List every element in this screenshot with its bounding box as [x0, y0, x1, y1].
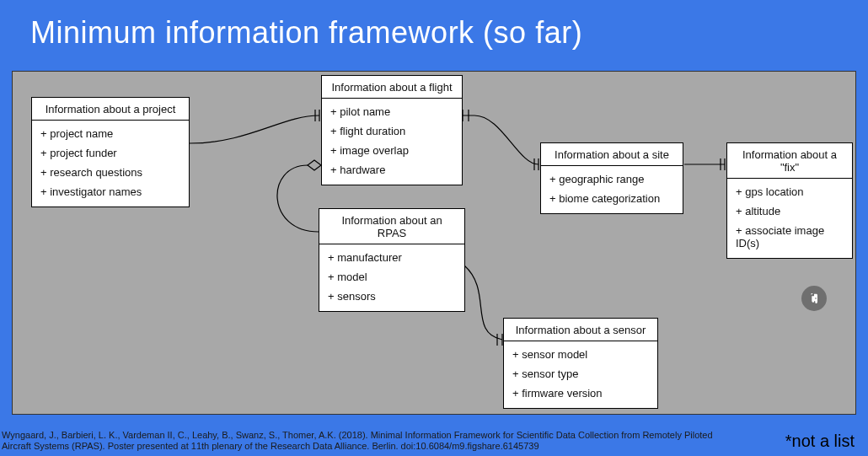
entity-attr: + sensor type: [512, 364, 649, 384]
entity-attr: + research questions: [40, 163, 180, 182]
entity-attr: + model: [328, 267, 456, 287]
evernote-icon[interactable]: [801, 286, 827, 311]
entity-attr: + flight duration: [330, 121, 453, 141]
entity-site: Information about a site + geographic ra…: [540, 142, 683, 214]
entity-attr: + gps location: [736, 182, 844, 201]
diagram-canvas: Information about a project + project na…: [12, 71, 856, 415]
entity-attr: + image overlap: [330, 141, 453, 160]
entity-attr: + pilot name: [330, 102, 453, 121]
entity-project: Information about a project + project na…: [31, 97, 190, 207]
entity-attr: + sensor model: [512, 345, 649, 364]
entity-attr: + biome categorization: [549, 189, 674, 208]
entity-fix: Information about a "fix" + gps location…: [726, 142, 853, 259]
entity-title: Information about an RPAS: [319, 209, 464, 244]
entity-rpas: Information about an RPAS + manufacturer…: [319, 208, 465, 312]
entity-title: Information about a project: [32, 98, 189, 121]
entity-title: Information about a flight: [322, 76, 462, 99]
entity-title: Information about a "fix": [727, 143, 852, 179]
entity-attr: + investigator names: [40, 182, 180, 201]
citation-text: Wyngaard, J., Barbieri, L. K., Vardeman …: [2, 430, 735, 453]
page-title: Minimum information framework (so far): [0, 0, 868, 51]
entity-attr: + associate image ID(s): [736, 221, 844, 253]
entity-attr: + altitude: [736, 201, 844, 221]
entity-title: Information about a site: [541, 143, 683, 166]
entity-flight: Information about a flight + pilot name …: [321, 75, 463, 185]
entity-attr: + manufacturer: [328, 248, 456, 267]
entity-title: Information about a sensor: [504, 319, 657, 341]
entity-attr: + sensors: [328, 287, 456, 306]
entity-attr: + hardware: [330, 160, 453, 180]
entity-attr: + firmware version: [512, 384, 649, 403]
entity-sensor: Information about a sensor + sensor mode…: [503, 318, 658, 409]
entity-attr: + project funder: [40, 143, 180, 163]
entity-attr: + project name: [40, 124, 180, 143]
entity-attr: + geographic range: [549, 169, 674, 189]
footnote-text: *not a list: [785, 432, 855, 451]
